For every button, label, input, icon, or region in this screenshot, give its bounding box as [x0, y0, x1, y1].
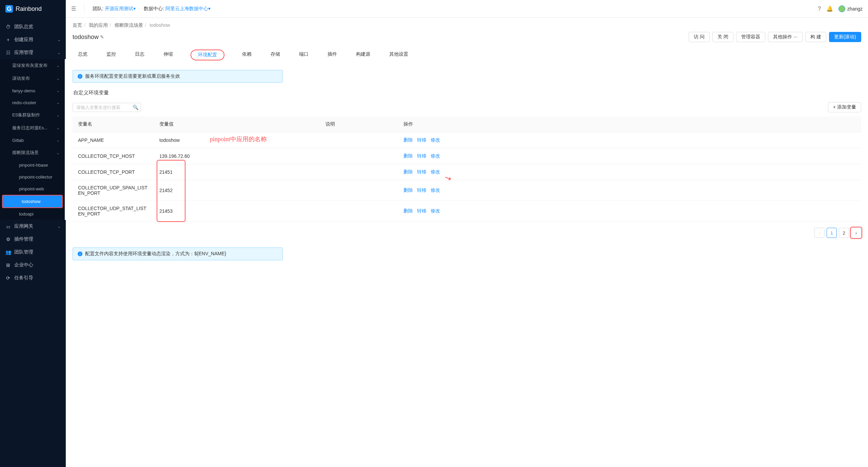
chevron-down-icon: ⌄: [57, 113, 59, 117]
modify-link[interactable]: 修改: [431, 137, 440, 143]
delete-link[interactable]: 删除: [403, 208, 413, 213]
nav-guide[interactable]: ⟳任务引导: [0, 272, 66, 284]
delete-link[interactable]: 删除: [403, 137, 413, 143]
var-value: 139.196.72.60: [154, 148, 320, 164]
team-selector[interactable]: 团队: 开源应用测试▾: [93, 6, 136, 12]
var-desc: [320, 132, 398, 148]
datacenter-selector[interactable]: 数据中心: 阿里云上海数据中心▾: [144, 6, 211, 12]
page-1[interactable]: 1: [827, 228, 837, 238]
clock-icon: ⏱: [5, 24, 11, 30]
var-value: 21452: [154, 180, 320, 201]
brand-logo[interactable]: G Rainbond: [0, 0, 66, 18]
col-desc: 说明: [320, 116, 398, 132]
page-next[interactable]: ›: [851, 228, 861, 238]
sidebar-item-todoapi[interactable]: todoapi: [0, 208, 65, 220]
var-value: 21453: [154, 201, 320, 222]
nav-label: 团队总览: [14, 24, 60, 30]
plus-icon: +: [5, 37, 11, 42]
tab-plugin[interactable]: 插件: [326, 50, 338, 60]
tab-scale[interactable]: 伸缩: [162, 50, 174, 60]
info-icon: i: [78, 74, 82, 79]
nav-plugin[interactable]: ⚙插件管理: [0, 233, 66, 246]
manage-container-button[interactable]: 管理容器: [736, 32, 765, 42]
sidebar-item-pinpoint-collector[interactable]: pinpoint-collector: [0, 171, 65, 183]
sidebar-toggle-icon[interactable]: ☰: [71, 5, 76, 12]
update-rolling-button[interactable]: 更新(滚动): [829, 32, 861, 42]
add-variable-button[interactable]: +添加变量: [828, 102, 861, 112]
modify-link[interactable]: 修改: [431, 187, 440, 193]
sidebar-item[interactable]: redis-cluster⌄: [0, 97, 65, 109]
sidebar-item-scenario[interactable]: 熔断限流场景⌃: [0, 146, 65, 159]
modify-link[interactable]: 修改: [431, 153, 440, 158]
nav-create-app[interactable]: + 创建应用 ⌄: [0, 33, 66, 46]
custom-env-title: 自定义环境变量: [73, 90, 861, 96]
sidebar-item-todoshow[interactable]: todoshow: [2, 195, 63, 208]
tab-monitor[interactable]: 监控: [105, 50, 117, 60]
nav-subsub: pinpoint-hbase pinpoint-collector pinpoi…: [0, 159, 65, 220]
nav-label: 应用管理: [14, 50, 54, 56]
divider: [84, 5, 84, 13]
tab-env-config[interactable]: 环境配置: [191, 50, 224, 60]
breadcrumb-home[interactable]: 首页: [73, 22, 82, 28]
topbar: ☰ 团队: 开源应用测试▾ 数据中心: 阿里云上海数据中心▾ ? 🔔 zhang…: [66, 0, 868, 18]
page-prev[interactable]: ‹: [814, 228, 825, 238]
chevron-down-icon: ⌄: [58, 225, 60, 228]
sidebar-item[interactable]: ES集群版制作⌄: [0, 109, 65, 122]
breadcrumb-myapp[interactable]: 我的应用: [89, 22, 108, 28]
nav-label: 创建应用: [14, 37, 54, 43]
build-button[interactable]: 构 建: [805, 32, 826, 42]
alert-config-file: i 配置文件内容支持使用环境变量动态渲染，方式为：${ENV_NAME}: [73, 247, 283, 260]
bell-icon[interactable]: 🔔: [826, 5, 833, 12]
tab-port[interactable]: 端口: [298, 50, 310, 60]
transfer-link[interactable]: 转移: [417, 169, 427, 174]
breadcrumb-scenario[interactable]: 熔断限流场景: [115, 22, 143, 28]
sidebar-item[interactable]: 滚动发布⌄: [0, 72, 65, 85]
chevron-down-icon: ⌄: [57, 126, 59, 130]
sidebar-item[interactable]: 服务日志对接Es...⌄: [0, 122, 65, 134]
team-value: 开源应用测试: [105, 6, 133, 11]
nav-gateway[interactable]: ⚏应用网关⌄: [0, 220, 66, 233]
nav: ⏱ 团队总览 + 创建应用 ⌄ ☷ 应用管理 ⌃ 蓝绿发布灰度发布⌄ 滚动发布⌄…: [0, 18, 66, 467]
nav-enterprise[interactable]: ⊞企业中心: [0, 259, 66, 272]
env-table: 变量名 变量值 说明 操作 APP_NAME todoshow 删除转移修改: [73, 116, 861, 222]
other-ops-button[interactable]: 其他操作 ···: [768, 32, 803, 42]
visit-button[interactable]: 访 问: [689, 32, 710, 42]
tab-build-source[interactable]: 构建源: [355, 50, 372, 60]
sidebar-item-pinpoint-web[interactable]: pinpoint-web: [0, 183, 65, 195]
transfer-link[interactable]: 转移: [417, 208, 427, 213]
var-value: 21451: [154, 164, 320, 180]
nav-app-manage[interactable]: ☷ 应用管理 ⌃: [0, 46, 66, 59]
tab-storage[interactable]: 存储: [269, 50, 281, 60]
sidebar-item-pinpoint-hbase[interactable]: pinpoint-hbase: [0, 159, 65, 171]
page-2[interactable]: 2: [839, 228, 849, 238]
tab-log[interactable]: 日志: [134, 50, 146, 60]
tab-dependency[interactable]: 依赖: [241, 50, 253, 60]
caret-down-icon: ▾: [133, 6, 136, 11]
modify-link[interactable]: 修改: [431, 169, 440, 174]
sidebar-item[interactable]: fanyy-demo⌄: [0, 85, 65, 97]
transfer-link[interactable]: 转移: [417, 187, 427, 193]
edit-icon[interactable]: ✎: [100, 34, 104, 40]
delete-link[interactable]: 删除: [403, 187, 413, 193]
help-icon[interactable]: ?: [818, 6, 821, 12]
nav-team-overview[interactable]: ⏱ 团队总览: [0, 20, 66, 33]
sidebar-item[interactable]: 蓝绿发布灰度发布⌄: [0, 59, 65, 72]
delete-link[interactable]: 删除: [403, 153, 413, 158]
transfer-link[interactable]: 转移: [417, 137, 427, 143]
search-input[interactable]: [73, 103, 141, 112]
modify-link[interactable]: 修改: [431, 208, 440, 213]
brand-icon: G: [5, 5, 13, 13]
chevron-down-icon: ⌄: [57, 89, 59, 93]
sidebar-item[interactable]: Gitlab⌄: [0, 134, 65, 146]
user-menu[interactable]: zhangz: [839, 5, 863, 12]
tab-overview[interactable]: 总览: [77, 50, 89, 60]
guide-icon: ⟳: [5, 275, 11, 281]
chevron-down-icon: ⌄: [58, 38, 60, 42]
search-icon[interactable]: 🔍: [133, 105, 138, 110]
tab-other[interactable]: 其他设置: [388, 50, 410, 60]
transfer-link[interactable]: 转移: [417, 153, 427, 158]
close-button[interactable]: 关 闭: [712, 32, 733, 42]
nav-team[interactable]: 👥团队管理: [0, 246, 66, 259]
delete-link[interactable]: 删除: [403, 169, 413, 174]
pagination: ‹ 1 2 ›: [73, 228, 861, 238]
